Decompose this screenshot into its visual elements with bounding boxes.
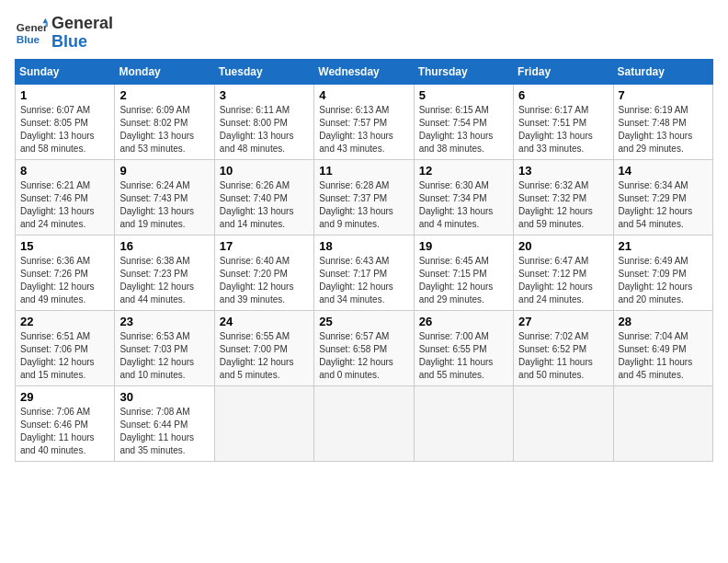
day-number: 25: [319, 315, 408, 328]
calendar-cell: 21Sunrise: 6:49 AM Sunset: 7:09 PM Dayli…: [613, 235, 712, 310]
calendar-cell: 18Sunrise: 6:43 AM Sunset: 7:17 PM Dayli…: [314, 235, 414, 310]
day-number: 7: [619, 88, 708, 102]
calendar-cell: 6Sunrise: 6:17 AM Sunset: 7:51 PM Daylig…: [514, 84, 613, 159]
logo-icon: General Blue: [15, 17, 48, 50]
day-info: Sunrise: 6:38 AM Sunset: 7:23 PM Dayligh…: [119, 255, 209, 306]
day-info: Sunrise: 6:28 AM Sunset: 7:37 PM Dayligh…: [319, 179, 408, 231]
day-info: Sunrise: 6:57 AM Sunset: 6:58 PM Dayligh…: [319, 330, 408, 382]
weekday-header: Thursday: [414, 59, 513, 84]
day-number: 19: [419, 239, 508, 253]
calendar-cell: 9Sunrise: 6:24 AM Sunset: 7:43 PM Daylig…: [115, 159, 214, 235]
day-number: 20: [518, 239, 608, 253]
day-info: Sunrise: 6:51 AM Sunset: 7:06 PM Dayligh…: [20, 330, 109, 382]
day-number: 29: [20, 390, 109, 404]
day-number: 16: [119, 239, 209, 253]
day-number: 12: [419, 164, 508, 178]
day-info: Sunrise: 6:19 AM Sunset: 7:48 PM Dayligh…: [619, 104, 708, 155]
day-info: Sunrise: 6:47 AM Sunset: 7:12 PM Dayligh…: [518, 255, 608, 306]
day-number: 9: [119, 164, 209, 178]
calendar-week: 15Sunrise: 6:36 AM Sunset: 7:26 PM Dayli…: [16, 235, 713, 310]
day-number: 27: [518, 315, 608, 328]
weekday-header: Sunday: [16, 59, 115, 84]
day-info: Sunrise: 7:04 AM Sunset: 6:49 PM Dayligh…: [619, 330, 708, 382]
calendar-cell: 24Sunrise: 6:55 AM Sunset: 7:00 PM Dayli…: [214, 310, 313, 385]
day-info: Sunrise: 6:21 AM Sunset: 7:46 PM Dayligh…: [20, 179, 109, 231]
calendar-cell: 14Sunrise: 6:34 AM Sunset: 7:29 PM Dayli…: [613, 159, 712, 235]
day-number: 4: [319, 88, 408, 102]
calendar-cell: 12Sunrise: 6:30 AM Sunset: 7:34 PM Dayli…: [414, 159, 513, 235]
calendar-cell: 4Sunrise: 6:13 AM Sunset: 7:57 PM Daylig…: [314, 84, 414, 159]
day-number: 3: [220, 88, 309, 102]
day-info: Sunrise: 6:53 AM Sunset: 7:03 PM Dayligh…: [119, 330, 209, 382]
day-info: Sunrise: 6:26 AM Sunset: 7:40 PM Dayligh…: [220, 179, 309, 231]
svg-text:Blue: Blue: [17, 33, 40, 45]
day-info: Sunrise: 6:34 AM Sunset: 7:29 PM Dayligh…: [619, 179, 708, 231]
day-number: 22: [20, 315, 109, 328]
calendar-cell: 19Sunrise: 6:45 AM Sunset: 7:15 PM Dayli…: [414, 235, 513, 310]
day-number: 26: [419, 315, 508, 328]
calendar-cell: 20Sunrise: 6:47 AM Sunset: 7:12 PM Dayli…: [514, 235, 613, 310]
calendar-week: 29Sunrise: 7:06 AM Sunset: 6:46 PM Dayli…: [16, 385, 713, 461]
calendar-cell: [414, 385, 513, 461]
calendar-cell: 2Sunrise: 6:09 AM Sunset: 8:02 PM Daylig…: [115, 84, 214, 159]
calendar-cell: 25Sunrise: 6:57 AM Sunset: 6:58 PM Dayli…: [314, 310, 414, 385]
calendar-cell: [613, 385, 712, 461]
logo: General Blue GeneralBlue: [15, 15, 113, 52]
day-number: 21: [619, 239, 708, 253]
logo-text: GeneralBlue: [51, 15, 113, 52]
day-info: Sunrise: 6:36 AM Sunset: 7:26 PM Dayligh…: [20, 255, 109, 306]
calendar-week: 1Sunrise: 6:07 AM Sunset: 8:05 PM Daylig…: [16, 84, 713, 159]
calendar-cell: 10Sunrise: 6:26 AM Sunset: 7:40 PM Dayli…: [214, 159, 313, 235]
calendar-cell: 17Sunrise: 6:40 AM Sunset: 7:20 PM Dayli…: [214, 235, 313, 310]
day-info: Sunrise: 6:55 AM Sunset: 7:00 PM Dayligh…: [220, 330, 309, 382]
calendar-cell: 28Sunrise: 7:04 AM Sunset: 6:49 PM Dayli…: [613, 310, 712, 385]
day-info: Sunrise: 7:00 AM Sunset: 6:55 PM Dayligh…: [419, 330, 508, 382]
day-info: Sunrise: 6:11 AM Sunset: 8:00 PM Dayligh…: [220, 104, 309, 155]
day-number: 1: [20, 88, 109, 102]
calendar-cell: 13Sunrise: 6:32 AM Sunset: 7:32 PM Dayli…: [514, 159, 613, 235]
day-info: Sunrise: 6:15 AM Sunset: 7:54 PM Dayligh…: [419, 104, 508, 155]
weekday-header: Wednesday: [314, 59, 414, 84]
day-number: 8: [20, 164, 109, 178]
calendar-cell: 16Sunrise: 6:38 AM Sunset: 7:23 PM Dayli…: [115, 235, 214, 310]
day-info: Sunrise: 6:40 AM Sunset: 7:20 PM Dayligh…: [220, 255, 309, 306]
calendar-cell: [514, 385, 613, 461]
day-number: 10: [220, 164, 309, 178]
day-number: 5: [419, 88, 508, 102]
day-info: Sunrise: 6:30 AM Sunset: 7:34 PM Dayligh…: [419, 179, 508, 231]
day-info: Sunrise: 6:32 AM Sunset: 7:32 PM Dayligh…: [518, 179, 608, 231]
calendar-cell: 29Sunrise: 7:06 AM Sunset: 6:46 PM Dayli…: [16, 385, 115, 461]
calendar-cell: 23Sunrise: 6:53 AM Sunset: 7:03 PM Dayli…: [115, 310, 214, 385]
calendar-cell: 27Sunrise: 7:02 AM Sunset: 6:52 PM Dayli…: [514, 310, 613, 385]
calendar-cell: 7Sunrise: 6:19 AM Sunset: 7:48 PM Daylig…: [613, 84, 712, 159]
day-info: Sunrise: 7:06 AM Sunset: 6:46 PM Dayligh…: [20, 406, 109, 457]
weekday-header: Tuesday: [214, 59, 313, 84]
day-info: Sunrise: 6:09 AM Sunset: 8:02 PM Dayligh…: [119, 104, 209, 155]
day-info: Sunrise: 6:17 AM Sunset: 7:51 PM Dayligh…: [518, 104, 608, 155]
calendar-cell: [214, 385, 313, 461]
weekday-header: Friday: [514, 59, 613, 84]
day-number: 2: [119, 88, 209, 102]
day-number: 23: [119, 315, 209, 328]
calendar-cell: 11Sunrise: 6:28 AM Sunset: 7:37 PM Dayli…: [314, 159, 414, 235]
day-number: 15: [20, 239, 109, 253]
calendar-table: SundayMondayTuesdayWednesdayThursdayFrid…: [15, 59, 713, 462]
calendar-cell: 3Sunrise: 6:11 AM Sunset: 8:00 PM Daylig…: [214, 84, 313, 159]
calendar-cell: 1Sunrise: 6:07 AM Sunset: 8:05 PM Daylig…: [16, 84, 115, 159]
day-info: Sunrise: 6:24 AM Sunset: 7:43 PM Dayligh…: [119, 179, 209, 231]
day-info: Sunrise: 7:02 AM Sunset: 6:52 PM Dayligh…: [518, 330, 608, 382]
day-number: 18: [319, 239, 408, 253]
calendar-cell: 8Sunrise: 6:21 AM Sunset: 7:46 PM Daylig…: [16, 159, 115, 235]
calendar-cell: 22Sunrise: 6:51 AM Sunset: 7:06 PM Dayli…: [16, 310, 115, 385]
day-number: 13: [518, 164, 608, 178]
calendar-cell: 5Sunrise: 6:15 AM Sunset: 7:54 PM Daylig…: [414, 84, 513, 159]
weekday-header: Monday: [115, 59, 214, 84]
day-info: Sunrise: 6:43 AM Sunset: 7:17 PM Dayligh…: [319, 255, 408, 306]
day-info: Sunrise: 6:49 AM Sunset: 7:09 PM Dayligh…: [619, 255, 708, 306]
day-info: Sunrise: 7:08 AM Sunset: 6:44 PM Dayligh…: [119, 406, 209, 457]
weekday-header: Saturday: [613, 59, 712, 84]
day-info: Sunrise: 6:13 AM Sunset: 7:57 PM Dayligh…: [319, 104, 408, 155]
day-number: 14: [619, 164, 708, 178]
day-info: Sunrise: 6:45 AM Sunset: 7:15 PM Dayligh…: [419, 255, 508, 306]
calendar-week: 8Sunrise: 6:21 AM Sunset: 7:46 PM Daylig…: [16, 159, 713, 235]
